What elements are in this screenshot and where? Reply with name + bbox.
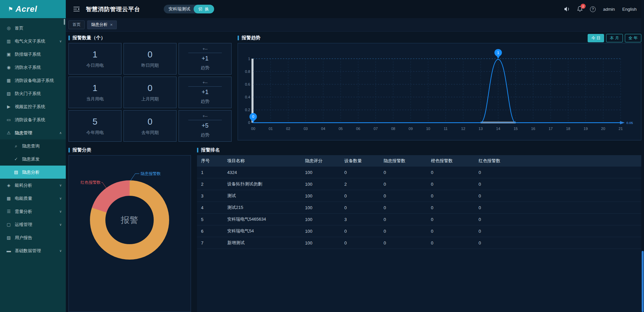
sidebar-item-smoke-control[interactable]: ▣防排烟子系统	[0, 48, 66, 61]
table-row[interactable]: 4测试2151000000	[197, 202, 641, 214]
sidebar-scrollbar[interactable]	[64, 19, 65, 25]
table-row[interactable]: 5安科瑞电气54656341003000	[197, 214, 641, 225]
alarm-category-title: 报警分类	[72, 147, 91, 153]
table-row[interactable]: 2设备拓扑测试勿删1002000	[197, 178, 641, 190]
scrollbar-thumb[interactable]	[642, 251, 644, 312]
sidebar-item-ops-management[interactable]: ▢运维管理∨	[0, 218, 66, 231]
table-cell: 2	[197, 182, 223, 187]
table-cell: 3	[340, 217, 380, 222]
top-row: 报警数量（个） 1今日用电0昨日同期+--+1趋势1当月用电0上月同期+--+1…	[68, 34, 641, 142]
column-header: 橙色报警数	[427, 158, 475, 164]
data-pin-marker[interactable]: 1	[494, 49, 502, 59]
table-cell: 安科瑞电气54	[223, 228, 301, 234]
collapse-sidebar-button[interactable]	[73, 6, 80, 12]
sidebar-item-power-quality[interactable]: ▩电能质量∨	[0, 192, 66, 205]
hazard-icon: ⚠	[6, 130, 11, 135]
user-menu[interactable]: admin	[603, 7, 615, 12]
table-cell: 0	[427, 170, 475, 175]
table-cell: 0	[380, 229, 427, 234]
stat-label: 当月用电	[86, 96, 104, 102]
table-row[interactable]: 7新增测试1000000	[197, 237, 641, 249]
stat-card: 0上月同期	[123, 77, 177, 108]
svg-text:05: 05	[339, 127, 343, 131]
fire-water-icon: ◉	[6, 65, 11, 70]
stat-card: 0昨日同期	[123, 43, 177, 75]
tab-home[interactable]: 首页	[68, 20, 85, 29]
svg-text:08: 08	[391, 127, 395, 131]
notifications-button[interactable]: 2	[577, 6, 583, 12]
sidebar-item-label: 能耗分析	[15, 182, 56, 188]
sidebar-item-video-monitor[interactable]: ▶视频监控子系统	[0, 100, 66, 113]
sidebar-item-hazard-query[interactable]: ⌕隐患查询	[0, 139, 66, 152]
sidebar-item-label: 防火门子系统	[15, 91, 62, 97]
table-cell: 0	[380, 170, 427, 175]
sidebar-item-fire-water[interactable]: ◉消防水子系统	[0, 61, 66, 74]
range-button-today[interactable]: 今 日	[588, 34, 604, 42]
check-icon: ✓	[13, 157, 19, 162]
tabbar: 首页隐患分析×	[66, 18, 644, 32]
home-icon: ◎	[6, 26, 11, 31]
language-switch[interactable]: English	[622, 7, 637, 12]
trend-divider	[188, 86, 222, 87]
table-cell: 0	[475, 193, 522, 198]
sidebar-item-label: 消防设备子系统	[15, 117, 62, 123]
help-button[interactable]: ?	[590, 6, 596, 12]
svg-text:16: 16	[531, 127, 535, 131]
table-row[interactable]: 3测试1000000	[197, 190, 641, 202]
sidebar-item-home[interactable]: ◎首页	[0, 21, 66, 35]
sidebar-item-fire-device[interactable]: ▭消防设备子系统	[0, 113, 66, 126]
page-scrollbar[interactable]	[641, 0, 644, 312]
table-cell: 0	[475, 217, 522, 222]
sidebar-item-label: 隐患管理	[15, 130, 56, 136]
table-cell: 0	[427, 193, 475, 198]
stat-card: 5今年用电	[68, 110, 121, 142]
sidebar-item-user-report[interactable]: ▨用户报告	[0, 231, 66, 244]
table-row[interactable]: 6安科瑞电气541000000	[197, 225, 641, 237]
chevron-down-icon: ∨	[59, 223, 62, 226]
switch-project-button[interactable]: 切 换	[194, 5, 214, 13]
data-pin-marker[interactable]: 0	[249, 113, 257, 123]
table-cell: 0	[340, 240, 380, 246]
sidebar-item-fire-power[interactable]: ▦消防设备电源子系统	[0, 74, 66, 87]
svg-text:0.2: 0.2	[245, 108, 250, 112]
hamburger-icon	[73, 6, 80, 12]
table-cell: 0	[380, 182, 427, 187]
section-marker	[197, 148, 198, 152]
sidebar-item-demand-analysis[interactable]: ☰需量分析∨	[0, 205, 66, 218]
table-cell: 0	[427, 240, 475, 246]
trend-line-chart[interactable]: 00.20.40.60.8100010203040506070809101112…	[238, 43, 641, 140]
sidebar-item-fire-door[interactable]: ▧防火门子系统	[0, 87, 66, 100]
sidebar-item-hazard-analysis[interactable]: ▤隐患分析	[0, 166, 66, 179]
sidebar-item-base-data[interactable]: ▬基础数据管理∨	[0, 244, 66, 257]
alarm-rank-title: 报警排名	[201, 147, 220, 153]
app: ⚑ Acrel ◎首页▥电气火灾子系统∨▣防排烟子系统◉消防水子系统▦消防设备电…	[0, 0, 644, 312]
table-cell: 安科瑞电气5465634	[223, 216, 301, 222]
alarm-count-header: 报警数量（个）	[68, 34, 232, 42]
tab-close-icon[interactable]: ×	[110, 22, 113, 27]
table-row[interactable]: 143241000000	[197, 167, 641, 178]
stat-label: 昨日同期	[141, 62, 159, 69]
sidebar-item-energy-analysis[interactable]: ◈能耗分析∨	[0, 179, 66, 192]
sidebar-item-hazard-dispatch[interactable]: ✓隐患派发	[0, 152, 66, 166]
stat-value: 1	[93, 83, 97, 93]
svg-text:00: 00	[251, 127, 255, 131]
category-donut-chart[interactable]: 隐患报警数红色报警数报警	[69, 155, 191, 312]
fire-power-icon: ▦	[6, 78, 11, 83]
table-cell: 0	[475, 229, 522, 234]
sidebar-item-electric-fire[interactable]: ▥电气火灾子系统∨	[0, 35, 66, 48]
table-cell: 100	[301, 182, 340, 187]
svg-text:09: 09	[409, 127, 413, 131]
table-cell: 100	[301, 205, 340, 210]
range-button-year[interactable]: 全 年	[625, 34, 641, 42]
report-icon: ▨	[6, 235, 11, 240]
chevron-down-icon: ∨	[59, 196, 62, 200]
volume-button[interactable]	[564, 6, 570, 12]
table-cell: 0	[380, 217, 427, 222]
sidebar-item-hazard-management[interactable]: ⚠隐患管理∧	[0, 126, 66, 139]
table-cell: 100	[301, 193, 340, 198]
tab-hazard-analysis[interactable]: 隐患分析×	[87, 20, 117, 29]
svg-text:02: 02	[286, 127, 290, 131]
chevron-down-icon: ∨	[59, 39, 62, 43]
range-button-month[interactable]: 本 月	[606, 34, 623, 42]
rank-table-header: 序号项目名称隐患评分设备数量隐患报警数橙色报警数红色报警数	[197, 155, 641, 167]
